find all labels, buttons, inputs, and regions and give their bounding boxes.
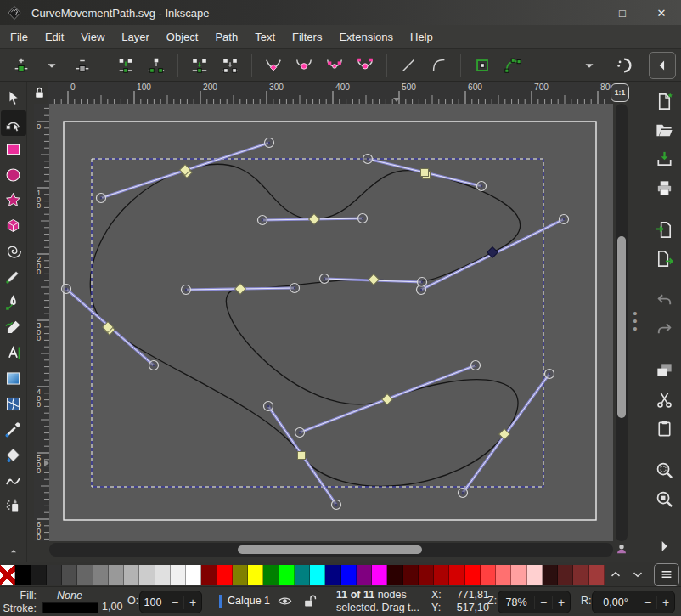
smooth-node-icon[interactable] — [292, 54, 316, 77]
swatch-ff0000[interactable] — [217, 565, 233, 585]
tool-spiral-icon[interactable] — [1, 238, 26, 263]
redo-icon[interactable] — [653, 319, 675, 339]
tool-selector-icon[interactable] — [1, 85, 26, 110]
rotation-decrease-button[interactable]: − — [639, 596, 656, 609]
vertical-scrollbar[interactable] — [616, 104, 628, 541]
swatch-800000[interactable] — [419, 565, 434, 585]
swatch-800000[interactable] — [201, 565, 217, 585]
corner-node-icon[interactable] — [262, 54, 285, 77]
tool-pen-icon[interactable] — [1, 289, 26, 314]
break-nodes-icon[interactable] — [144, 54, 168, 77]
swatch-551e1e[interactable] — [558, 565, 573, 585]
swatch-1a1a1a[interactable] — [31, 565, 47, 585]
more-tools-icon[interactable] — [1, 544, 26, 557]
tool-pencil-icon[interactable] — [1, 263, 26, 289]
object-to-path-icon[interactable] — [470, 54, 494, 77]
export-icon[interactable] — [653, 249, 675, 268]
horizontal-scrollbar[interactable] — [49, 543, 613, 557]
rotation-increase-button[interactable]: + — [656, 596, 674, 609]
symmetric-node-icon[interactable] — [323, 54, 346, 77]
swatch-b3b3b3[interactable] — [124, 565, 139, 585]
swatch-e0e0e0[interactable] — [155, 565, 171, 585]
swatch-00ffff[interactable] — [310, 565, 325, 585]
expand-panel-icon[interactable] — [653, 537, 675, 556]
tool-star-icon[interactable] — [1, 187, 26, 212]
menu-edit[interactable]: Edit — [37, 25, 72, 48]
panel-resize-handle[interactable]: ••• — [629, 309, 641, 335]
zoom-spinner[interactable]: 78% − + — [498, 591, 571, 613]
palette-menu-button[interactable] — [654, 563, 679, 586]
vertical-scrollbar-thumb[interactable] — [617, 236, 626, 418]
tool-calligraphy-icon[interactable] — [1, 314, 26, 340]
swatch-666666[interactable] — [77, 565, 93, 585]
curve-segment-icon[interactable] — [427, 54, 451, 77]
palette-scroll-up-icon[interactable] — [605, 565, 627, 584]
swatch-a03a3a[interactable] — [589, 565, 605, 585]
tool-dropper-icon[interactable] — [1, 416, 26, 442]
rotation-value[interactable]: 0,00° — [593, 596, 639, 608]
swatch-2b0f0f[interactable] — [543, 565, 558, 585]
import-icon[interactable] — [653, 220, 675, 240]
tool-spray-icon[interactable] — [1, 493, 26, 518]
horizontal-scrollbar-thumb[interactable] — [238, 545, 422, 554]
tool-tweak-icon[interactable] — [1, 467, 26, 493]
swatch-008080[interactable] — [295, 565, 310, 585]
menu-path[interactable]: Path — [206, 25, 246, 48]
collapse-panel-button[interactable] — [649, 52, 676, 79]
swatch-aa0000[interactable] — [434, 565, 449, 585]
swatch-ff0000[interactable] — [465, 565, 481, 585]
zoom-correction-badge[interactable]: 1:1 — [611, 83, 629, 102]
tool-node-editor-icon[interactable] — [1, 110, 26, 136]
swatch-000000[interactable] — [15, 565, 31, 585]
tool-paint-bucket-icon[interactable] — [1, 442, 26, 467]
menu-object[interactable]: Object — [158, 25, 207, 48]
canvas[interactable] — [49, 104, 613, 541]
swatch-0000ff[interactable] — [341, 565, 357, 585]
swatch-ff7070[interactable] — [496, 565, 511, 585]
join-segment-icon[interactable] — [188, 54, 211, 77]
zoom-value[interactable]: 78% — [498, 596, 534, 608]
tool-ellipse-icon[interactable] — [1, 161, 26, 187]
print-icon[interactable] — [653, 178, 675, 198]
swatch-808000[interactable] — [233, 565, 248, 585]
tool-rectangle-icon[interactable] — [1, 136, 26, 161]
palette-scroll-down-icon[interactable] — [627, 565, 649, 584]
color-managed-mode-icon[interactable] — [615, 542, 630, 557]
join-nodes-icon[interactable] — [114, 54, 138, 77]
opacity-value[interactable]: 100 — [140, 596, 166, 608]
open-folder-icon[interactable] — [653, 121, 675, 140]
swatch-ff00ff[interactable] — [372, 565, 387, 585]
new-document-icon[interactable] — [653, 92, 675, 111]
swatch-ffffff[interactable] — [186, 565, 201, 585]
swatch-f0f0f0[interactable] — [171, 565, 186, 585]
fill-value[interactable]: None — [41, 590, 98, 602]
delete-segment-icon[interactable] — [218, 54, 242, 77]
save-icon[interactable] — [653, 150, 675, 169]
layer-visibility-eye-icon[interactable] — [277, 593, 294, 610]
tool-mesh-icon[interactable] — [1, 391, 26, 416]
swatch-800080[interactable] — [357, 565, 372, 585]
menu-file[interactable]: File — [2, 25, 37, 48]
opacity-decrease-button[interactable]: − — [166, 596, 183, 609]
swatch-ffa0a0[interactable] — [511, 565, 526, 585]
swatch-999999[interactable] — [109, 565, 124, 585]
minimize-button[interactable]: — — [564, 0, 603, 25]
swatch-333333[interactable] — [47, 565, 62, 585]
auto-node-icon[interactable] — [353, 54, 377, 77]
menu-help[interactable]: Help — [402, 25, 442, 48]
swatch-none[interactable] — [0, 565, 15, 585]
ruler-lock-icon[interactable] — [31, 82, 48, 103]
menu-filters[interactable]: Filters — [284, 25, 330, 48]
swatch-cccccc[interactable] — [139, 565, 155, 585]
undo-icon[interactable] — [653, 291, 675, 310]
swatch-000080[interactable] — [325, 565, 340, 585]
opacity-spinner[interactable]: 100 − + — [139, 591, 202, 613]
tool-gradient-icon[interactable] — [1, 365, 26, 391]
stroke-to-path-icon[interactable] — [501, 54, 525, 77]
swatch-ff4040[interactable] — [481, 565, 496, 585]
swatch-008000[interactable] — [263, 565, 279, 585]
swatch-ffd0d0[interactable] — [527, 565, 543, 585]
vertical-ruler[interactable]: 0100200300400500600 — [34, 104, 49, 541]
zoom-selection-icon[interactable] — [653, 461, 675, 480]
swatch-00ff00[interactable] — [279, 565, 295, 585]
